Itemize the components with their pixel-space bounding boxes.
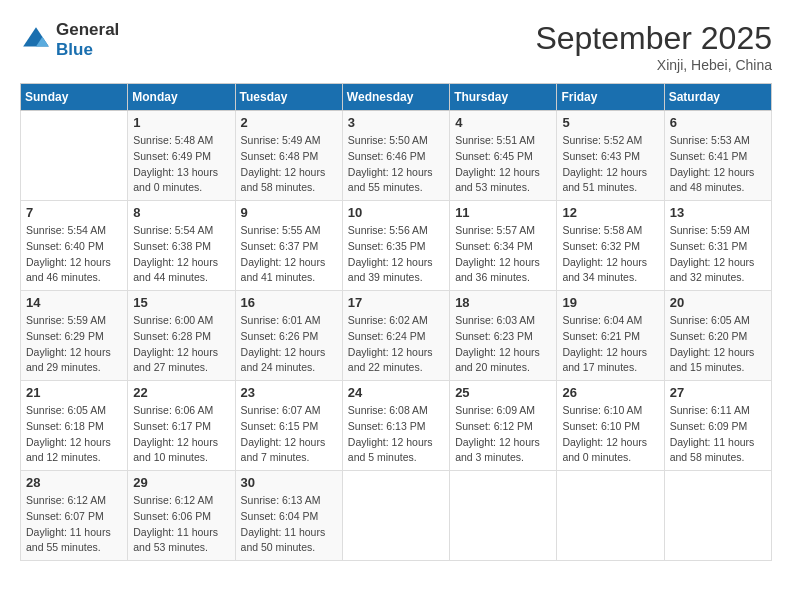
logo-icon [20,24,52,56]
calendar-table: SundayMondayTuesdayWednesdayThursdayFrid… [20,83,772,561]
day-number: 13 [670,205,766,220]
calendar-cell: 25Sunrise: 6:09 AMSunset: 6:12 PMDayligh… [450,381,557,471]
day-number: 16 [241,295,337,310]
day-info: Sunrise: 6:05 AMSunset: 6:20 PMDaylight:… [670,313,766,376]
day-number: 23 [241,385,337,400]
day-info: Sunrise: 5:55 AMSunset: 6:37 PMDaylight:… [241,223,337,286]
day-number: 2 [241,115,337,130]
calendar-cell: 29Sunrise: 6:12 AMSunset: 6:06 PMDayligh… [128,471,235,561]
day-number: 26 [562,385,658,400]
day-number: 10 [348,205,444,220]
day-info: Sunrise: 6:12 AMSunset: 6:06 PMDaylight:… [133,493,229,556]
day-info: Sunrise: 6:09 AMSunset: 6:12 PMDaylight:… [455,403,551,466]
day-number: 19 [562,295,658,310]
calendar-cell [21,111,128,201]
calendar-cell: 21Sunrise: 6:05 AMSunset: 6:18 PMDayligh… [21,381,128,471]
day-info: Sunrise: 6:06 AMSunset: 6:17 PMDaylight:… [133,403,229,466]
day-number: 8 [133,205,229,220]
location-subtitle: Xinji, Hebei, China [535,57,772,73]
calendar-cell: 27Sunrise: 6:11 AMSunset: 6:09 PMDayligh… [664,381,771,471]
header-thursday: Thursday [450,84,557,111]
day-info: Sunrise: 6:05 AMSunset: 6:18 PMDaylight:… [26,403,122,466]
day-number: 11 [455,205,551,220]
day-info: Sunrise: 5:53 AMSunset: 6:41 PMDaylight:… [670,133,766,196]
day-number: 3 [348,115,444,130]
day-info: Sunrise: 6:10 AMSunset: 6:10 PMDaylight:… [562,403,658,466]
logo: General Blue [20,20,119,60]
calendar-cell: 5Sunrise: 5:52 AMSunset: 6:43 PMDaylight… [557,111,664,201]
calendar-cell: 3Sunrise: 5:50 AMSunset: 6:46 PMDaylight… [342,111,449,201]
calendar-cell: 7Sunrise: 5:54 AMSunset: 6:40 PMDaylight… [21,201,128,291]
day-number: 1 [133,115,229,130]
day-info: Sunrise: 5:49 AMSunset: 6:48 PMDaylight:… [241,133,337,196]
day-number: 6 [670,115,766,130]
calendar-cell: 1Sunrise: 5:48 AMSunset: 6:49 PMDaylight… [128,111,235,201]
day-info: Sunrise: 6:04 AMSunset: 6:21 PMDaylight:… [562,313,658,376]
day-info: Sunrise: 5:54 AMSunset: 6:38 PMDaylight:… [133,223,229,286]
calendar-cell: 12Sunrise: 5:58 AMSunset: 6:32 PMDayligh… [557,201,664,291]
day-info: Sunrise: 5:57 AMSunset: 6:34 PMDaylight:… [455,223,551,286]
day-info: Sunrise: 5:58 AMSunset: 6:32 PMDaylight:… [562,223,658,286]
calendar-cell: 23Sunrise: 6:07 AMSunset: 6:15 PMDayligh… [235,381,342,471]
header-friday: Friday [557,84,664,111]
header-monday: Monday [128,84,235,111]
day-number: 29 [133,475,229,490]
day-info: Sunrise: 5:56 AMSunset: 6:35 PMDaylight:… [348,223,444,286]
month-title: September 2025 [535,20,772,57]
calendar-cell [450,471,557,561]
day-number: 14 [26,295,122,310]
calendar-week-row: 7Sunrise: 5:54 AMSunset: 6:40 PMDaylight… [21,201,772,291]
day-number: 21 [26,385,122,400]
calendar-cell: 15Sunrise: 6:00 AMSunset: 6:28 PMDayligh… [128,291,235,381]
day-info: Sunrise: 6:08 AMSunset: 6:13 PMDaylight:… [348,403,444,466]
day-number: 9 [241,205,337,220]
calendar-cell: 30Sunrise: 6:13 AMSunset: 6:04 PMDayligh… [235,471,342,561]
header-saturday: Saturday [664,84,771,111]
day-info: Sunrise: 5:52 AMSunset: 6:43 PMDaylight:… [562,133,658,196]
day-number: 22 [133,385,229,400]
day-number: 30 [241,475,337,490]
title-block: September 2025 Xinji, Hebei, China [535,20,772,73]
calendar-cell: 8Sunrise: 5:54 AMSunset: 6:38 PMDaylight… [128,201,235,291]
day-info: Sunrise: 6:12 AMSunset: 6:07 PMDaylight:… [26,493,122,556]
calendar-header-row: SundayMondayTuesdayWednesdayThursdayFrid… [21,84,772,111]
day-number: 15 [133,295,229,310]
day-info: Sunrise: 5:51 AMSunset: 6:45 PMDaylight:… [455,133,551,196]
calendar-cell: 20Sunrise: 6:05 AMSunset: 6:20 PMDayligh… [664,291,771,381]
page-header: General Blue September 2025 Xinji, Hebei… [20,20,772,73]
calendar-cell: 28Sunrise: 6:12 AMSunset: 6:07 PMDayligh… [21,471,128,561]
calendar-cell: 14Sunrise: 5:59 AMSunset: 6:29 PMDayligh… [21,291,128,381]
header-tuesday: Tuesday [235,84,342,111]
day-info: Sunrise: 6:01 AMSunset: 6:26 PMDaylight:… [241,313,337,376]
calendar-cell: 26Sunrise: 6:10 AMSunset: 6:10 PMDayligh… [557,381,664,471]
day-info: Sunrise: 5:50 AMSunset: 6:46 PMDaylight:… [348,133,444,196]
calendar-cell: 10Sunrise: 5:56 AMSunset: 6:35 PMDayligh… [342,201,449,291]
day-info: Sunrise: 6:07 AMSunset: 6:15 PMDaylight:… [241,403,337,466]
header-wednesday: Wednesday [342,84,449,111]
day-info: Sunrise: 6:03 AMSunset: 6:23 PMDaylight:… [455,313,551,376]
day-number: 12 [562,205,658,220]
day-info: Sunrise: 5:48 AMSunset: 6:49 PMDaylight:… [133,133,229,196]
day-info: Sunrise: 6:00 AMSunset: 6:28 PMDaylight:… [133,313,229,376]
day-number: 20 [670,295,766,310]
day-number: 28 [26,475,122,490]
calendar-cell: 11Sunrise: 5:57 AMSunset: 6:34 PMDayligh… [450,201,557,291]
calendar-week-row: 21Sunrise: 6:05 AMSunset: 6:18 PMDayligh… [21,381,772,471]
day-number: 25 [455,385,551,400]
day-number: 27 [670,385,766,400]
calendar-cell: 6Sunrise: 5:53 AMSunset: 6:41 PMDaylight… [664,111,771,201]
calendar-week-row: 28Sunrise: 6:12 AMSunset: 6:07 PMDayligh… [21,471,772,561]
day-number: 5 [562,115,658,130]
day-info: Sunrise: 6:13 AMSunset: 6:04 PMDaylight:… [241,493,337,556]
calendar-cell: 13Sunrise: 5:59 AMSunset: 6:31 PMDayligh… [664,201,771,291]
calendar-cell: 4Sunrise: 5:51 AMSunset: 6:45 PMDaylight… [450,111,557,201]
calendar-cell: 2Sunrise: 5:49 AMSunset: 6:48 PMDaylight… [235,111,342,201]
header-sunday: Sunday [21,84,128,111]
logo-text: General Blue [56,20,119,60]
calendar-cell: 18Sunrise: 6:03 AMSunset: 6:23 PMDayligh… [450,291,557,381]
calendar-week-row: 14Sunrise: 5:59 AMSunset: 6:29 PMDayligh… [21,291,772,381]
calendar-cell: 22Sunrise: 6:06 AMSunset: 6:17 PMDayligh… [128,381,235,471]
calendar-cell: 9Sunrise: 5:55 AMSunset: 6:37 PMDaylight… [235,201,342,291]
calendar-cell [664,471,771,561]
day-info: Sunrise: 6:02 AMSunset: 6:24 PMDaylight:… [348,313,444,376]
